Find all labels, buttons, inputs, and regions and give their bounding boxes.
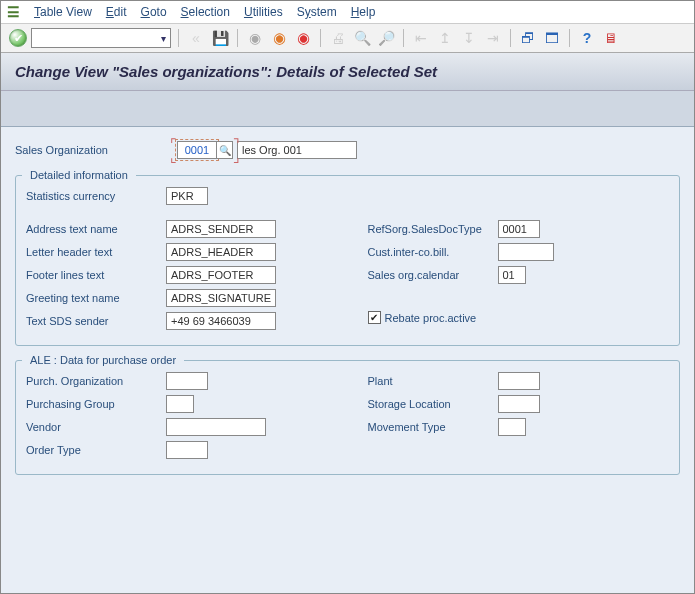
- greeting-text-label: Greeting text name: [26, 292, 166, 304]
- greeting-text-input[interactable]: [166, 289, 276, 307]
- back-nav-icon[interactable]: ◉: [245, 28, 265, 48]
- first-page-icon: ⇤: [411, 28, 431, 48]
- focus-bracket-icon: ⌞: [170, 149, 177, 165]
- last-page-icon: ⇥: [483, 28, 503, 48]
- movement-type-label: Movement Type: [368, 421, 498, 433]
- menubar: ☰ Table View Edit Goto Selection Utiliti…: [1, 1, 694, 24]
- next-page-icon: ↧: [459, 28, 479, 48]
- cust-inter-label: Cust.inter-co.bill.: [368, 246, 498, 258]
- separator: [320, 29, 321, 47]
- stat-currency-label: Statistics currency: [26, 190, 166, 202]
- rebate-checkbox[interactable]: ✔: [368, 311, 381, 324]
- menu-utilities[interactable]: Utilities: [244, 5, 283, 19]
- new-session-icon[interactable]: 🗗: [518, 28, 538, 48]
- ref-sorg-label: RefSorg.SalesDocType: [368, 223, 498, 235]
- footer-lines-input[interactable]: [166, 266, 276, 284]
- storage-loc-input[interactable]: [498, 395, 540, 413]
- separator: [510, 29, 511, 47]
- menu-selection[interactable]: Selection: [181, 5, 230, 19]
- text-sds-input[interactable]: [166, 312, 276, 330]
- menu-edit[interactable]: Edit: [106, 5, 127, 19]
- sales-org-desc: [237, 141, 357, 159]
- separator: [237, 29, 238, 47]
- local-layout-icon[interactable]: 🖥: [601, 28, 621, 48]
- prev-page-icon: ↥: [435, 28, 455, 48]
- menu-help[interactable]: Help: [351, 5, 376, 19]
- back-icon: «: [186, 28, 206, 48]
- focus-bracket-icon: ⌟: [233, 149, 240, 165]
- sales-org-cal-input[interactable]: [498, 266, 526, 284]
- sales-org-cal-label: Sales org.calendar: [368, 269, 498, 281]
- app-menu-icon[interactable]: ☰: [7, 4, 20, 20]
- storage-loc-label: Storage Location: [368, 398, 498, 410]
- menu-system[interactable]: System: [297, 5, 337, 19]
- page-title: Change View "Sales organizations": Detai…: [1, 53, 694, 91]
- layout-icon[interactable]: 🗖: [542, 28, 562, 48]
- rebate-label: Rebate proc.active: [385, 312, 477, 324]
- address-text-name-input[interactable]: [166, 220, 276, 238]
- letter-header-input[interactable]: [166, 243, 276, 261]
- menu-table-view[interactable]: Table View: [34, 5, 92, 19]
- toolbar: ✔ « 💾 ◉ ◉ ◉ 🖨 🔍 🔎 ⇤ ↥ ↧ ⇥ 🗗 🗖 ? 🖥: [1, 24, 694, 53]
- plant-label: Plant: [368, 375, 498, 387]
- menu-goto[interactable]: Goto: [141, 5, 167, 19]
- stat-currency-input[interactable]: [166, 187, 208, 205]
- command-field[interactable]: [31, 28, 171, 48]
- order-type-label: Order Type: [26, 444, 166, 456]
- find-next-icon: 🔎: [376, 28, 396, 48]
- group-title: Detailed information: [22, 167, 136, 185]
- find-icon: 🔍: [352, 28, 372, 48]
- order-type-input[interactable]: [166, 441, 208, 459]
- group-detailed-info: Detailed information Statistics currency…: [15, 175, 680, 346]
- separator: [178, 29, 179, 47]
- sales-org-row: Sales Organization ⌜ ⌞ 🔍 ⌝ ⌟: [15, 139, 680, 161]
- movement-type-input[interactable]: [498, 418, 526, 436]
- vendor-label: Vendor: [26, 421, 166, 433]
- sales-org-label: Sales Organization: [15, 144, 175, 156]
- exit-icon[interactable]: ◉: [269, 28, 289, 48]
- vendor-input[interactable]: [166, 418, 266, 436]
- app-toolbar-area: [1, 91, 694, 127]
- help-icon[interactable]: ?: [577, 28, 597, 48]
- group-title: ALE : Data for purchase order: [22, 352, 184, 370]
- footer-lines-label: Footer lines text: [26, 269, 166, 281]
- cancel-icon[interactable]: ◉: [293, 28, 313, 48]
- text-sds-label: Text SDS sender: [26, 315, 166, 327]
- content-area: Sales Organization ⌜ ⌞ 🔍 ⌝ ⌟ Detailed in…: [1, 127, 694, 593]
- sales-org-code-input[interactable]: [177, 141, 217, 159]
- ref-sorg-input[interactable]: [498, 220, 540, 238]
- plant-input[interactable]: [498, 372, 540, 390]
- letter-header-label: Letter header text: [26, 246, 166, 258]
- enter-button[interactable]: ✔: [9, 29, 27, 47]
- address-text-name-label: Address text name: [26, 223, 166, 235]
- separator: [403, 29, 404, 47]
- sap-window: ☰ Table View Edit Goto Selection Utiliti…: [0, 0, 695, 594]
- save-icon[interactable]: 💾: [210, 28, 230, 48]
- separator: [569, 29, 570, 47]
- purch-org-label: Purch. Organization: [26, 375, 166, 387]
- cust-inter-input[interactable]: [498, 243, 554, 261]
- purch-org-input[interactable]: [166, 372, 208, 390]
- purch-group-input[interactable]: [166, 395, 194, 413]
- search-help-icon[interactable]: 🔍: [217, 141, 233, 159]
- purch-group-label: Purchasing Group: [26, 398, 166, 410]
- group-ale: ALE : Data for purchase order Purch. Org…: [15, 360, 680, 475]
- print-icon: 🖨: [328, 28, 348, 48]
